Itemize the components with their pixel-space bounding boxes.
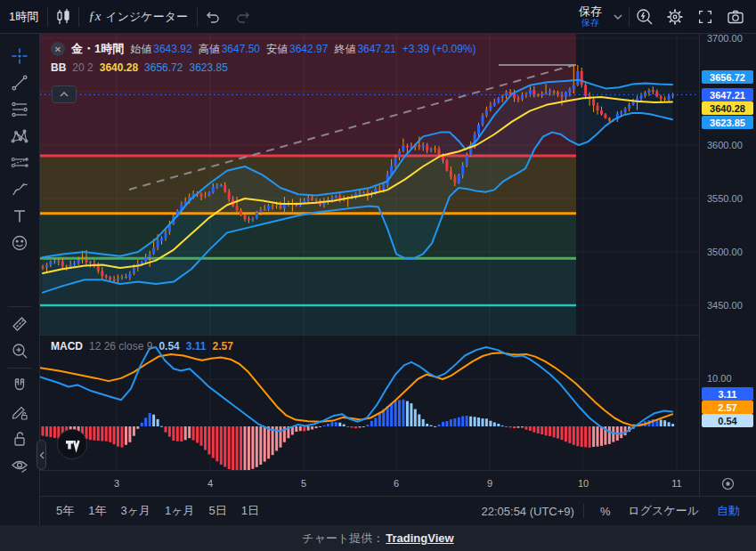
- smiley-icon: [10, 233, 29, 253]
- tool-fib-retracement[interactable]: [3, 96, 37, 123]
- tool-trend-line[interactable]: [3, 69, 37, 96]
- percent-scale-button[interactable]: %: [593, 501, 618, 522]
- time-axis[interactable]: 3 4 5 6 9 10 11: [40, 470, 699, 496]
- toolbar-collapse-tab[interactable]: [37, 440, 46, 470]
- bb-lower-value: 3623.85: [189, 61, 227, 74]
- toolbar-separator: [583, 504, 584, 518]
- bb-params: 20 2: [72, 61, 93, 74]
- axis-tick: 3700.00: [707, 33, 743, 44]
- save-menu-button[interactable]: [607, 0, 629, 33]
- chart-type-button[interactable]: [48, 0, 78, 33]
- bb-upper-price-tag: 3656.72: [702, 70, 753, 84]
- range-5y-button[interactable]: 5年: [49, 499, 81, 523]
- log-scale-button[interactable]: ログスケール: [621, 499, 706, 523]
- axis-tick: 3500.00: [707, 247, 743, 257]
- bb-upper-value: 3656.72: [144, 61, 183, 74]
- tool-emoji[interactable]: [3, 230, 37, 256]
- macd-legend[interactable]: MACD 12 26 close 9 0.54 3.11 2.57: [51, 340, 233, 352]
- auto-scale-button[interactable]: 自動: [710, 499, 747, 523]
- redo-button[interactable]: [228, 0, 258, 33]
- undo-icon: [204, 8, 222, 26]
- range-3m-button[interactable]: 3ヶ月: [113, 499, 158, 523]
- range-5d-button[interactable]: 5日: [202, 499, 234, 523]
- legend-collapse-button[interactable]: [52, 85, 77, 103]
- macd-pane[interactable]: MACD 12 26 close 9 0.54 3.11 2.57: [40, 335, 699, 470]
- tool-brush[interactable]: [3, 176, 37, 203]
- forecast-icon: [10, 153, 29, 173]
- pencil-lock-icon: [10, 402, 29, 422]
- tool-drawing-lock[interactable]: [3, 399, 37, 425]
- tool-hide-drawings[interactable]: [3, 452, 37, 479]
- eye-icon: [10, 456, 29, 475]
- indicators-label: インジケーター: [105, 9, 188, 25]
- chevron-down-icon: [614, 14, 622, 20]
- snapshot-button[interactable]: [720, 0, 751, 33]
- tradingview-logo[interactable]: [57, 429, 87, 459]
- macd-value-tag: 3.11: [702, 387, 753, 401]
- tool-lock-all[interactable]: [3, 425, 37, 452]
- xabcd-pattern-icon: [10, 126, 29, 146]
- symbol-title[interactable]: 金・1時間: [71, 41, 124, 57]
- low-label: 安値: [266, 42, 288, 57]
- quick-search-button[interactable]: [630, 0, 660, 33]
- attribution-footer: チャート提供： TradingView: [0, 525, 756, 551]
- macd-hist-value: 0.54: [159, 340, 179, 352]
- tool-crosshair[interactable]: [3, 43, 37, 69]
- clock[interactable]: 22:05:54 (UTC+9): [481, 505, 573, 518]
- tool-zoom-in[interactable]: [3, 337, 37, 364]
- save-tooltip: 保存: [581, 18, 599, 28]
- range-1d-button[interactable]: 1日: [234, 499, 266, 523]
- bb-basis-price-tag: 3640.28: [702, 101, 753, 115]
- trend-line-icon: [10, 73, 29, 93]
- magnet-icon: [10, 376, 29, 395]
- price-axis[interactable]: 3700.00 3600.00 3550.00 3500.00 3450.00 …: [699, 34, 756, 496]
- lock-icon: [10, 429, 29, 449]
- macd-signal-tag: 2.57: [702, 401, 753, 414]
- macd-hist-tag: 0.54: [702, 414, 753, 427]
- quick-search-icon: [635, 7, 654, 27]
- indicators-button[interactable]: ƒx インジケーター: [79, 0, 197, 33]
- tool-measure[interactable]: [3, 311, 37, 337]
- range-1y-button[interactable]: 1年: [81, 499, 113, 523]
- axis-settings-corner[interactable]: [699, 470, 756, 496]
- bottom-toolbar: 5年 1年 3ヶ月 1ヶ月 5日 1日 22:05:54 (UTC+9) % ロ…: [40, 496, 756, 525]
- redo-icon: [234, 8, 252, 26]
- top-toolbar: 1時間 ƒx インジケーター: [0, 0, 756, 34]
- provided-by-label: チャート提供：: [302, 531, 384, 547]
- settings-button[interactable]: [660, 0, 690, 33]
- price-pane[interactable]: ✕ 金・1時間 始値 3643.92 高値 3647.50 安値 3642.97…: [40, 34, 699, 335]
- save-button[interactable]: 保存 保存: [573, 0, 607, 33]
- macd-line-value: 3.11: [186, 340, 207, 352]
- axis-gear-icon: [720, 476, 736, 491]
- tradingview-link[interactable]: TradingView: [386, 531, 453, 545]
- time-label: 9: [487, 478, 492, 489]
- time-label: 11: [671, 478, 681, 489]
- text-icon: [10, 207, 29, 226]
- axis-tick: 3450.00: [707, 300, 743, 311]
- time-label: 5: [301, 478, 306, 489]
- candlestick-icon: [53, 7, 73, 27]
- time-label: 3: [114, 478, 119, 489]
- fullscreen-button[interactable]: [690, 0, 720, 33]
- tool-xabcd-pattern[interactable]: [3, 123, 37, 150]
- tool-forecast[interactable]: [3, 150, 37, 176]
- fx-icon: ƒx: [88, 9, 101, 24]
- range-1m-button[interactable]: 1ヶ月: [158, 499, 202, 523]
- toolbar-group-separator: [8, 306, 31, 307]
- macd-name: MACD: [51, 340, 83, 352]
- close-value: 3647.21: [357, 43, 395, 55]
- low-value: 3642.97: [289, 43, 328, 55]
- chevron-up-icon: [60, 92, 69, 97]
- top-toolbar-left: 1時間 ƒx インジケーター: [0, 0, 258, 33]
- tool-magnet[interactable]: [3, 372, 37, 399]
- close-icon[interactable]: ✕: [51, 42, 65, 56]
- save-label: 保存: [579, 5, 602, 17]
- fib-retracement-icon: [10, 100, 29, 119]
- macd-params: 12 26 close 9: [89, 340, 152, 352]
- interval-button[interactable]: 1時間: [0, 0, 47, 33]
- tool-text[interactable]: [3, 203, 37, 230]
- crosshair-icon: [10, 46, 29, 66]
- bb-legend[interactable]: BB 20 2 3640.28 3656.72 3623.85: [51, 61, 228, 74]
- undo-button[interactable]: [198, 0, 228, 33]
- bb-lower-price-tag: 3623.85: [702, 116, 753, 129]
